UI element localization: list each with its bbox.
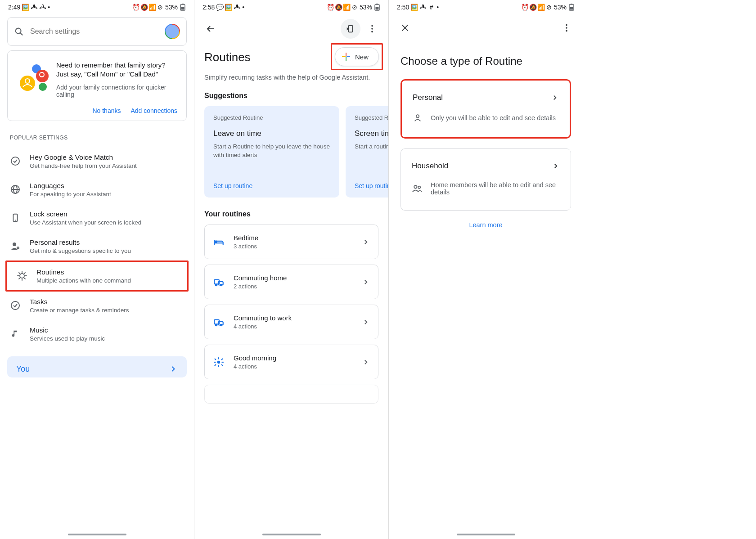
- set-up-routine-button[interactable]: Set up routine: [213, 182, 330, 189]
- tasks-icon: [10, 300, 21, 311]
- chevron-right-icon: [362, 318, 370, 326]
- chevron-right-icon: [362, 278, 370, 286]
- voice-match-icon: [10, 156, 21, 166]
- music-icon: [10, 328, 21, 339]
- no-signal-icon: ⊘: [157, 4, 164, 11]
- setting-personal-results[interactable]: Personal resultsGet info & suggestions s…: [0, 232, 194, 261]
- battery-icon: [374, 4, 380, 11]
- setting-sub: Get info & suggestions specific to you: [30, 247, 131, 254]
- add-to-home-button[interactable]: [341, 19, 360, 39]
- svg-point-7: [39, 83, 47, 91]
- battery-text: 53%: [554, 4, 567, 11]
- nav-handle[interactable]: [68, 534, 126, 535]
- page-subtitle: Simplify recurring tasks with the help o…: [204, 73, 378, 82]
- svg-point-39: [215, 241, 216, 242]
- routine-sub: 4 actions: [234, 323, 292, 330]
- your-routines-label: Your routines: [204, 210, 378, 218]
- routine-commuting-home[interactable]: Commuting home2 actions: [204, 265, 378, 299]
- sun-icon: [213, 356, 225, 368]
- routine-sub: 2 actions: [234, 283, 287, 290]
- mute-icon: 🔕: [335, 4, 342, 11]
- routine-more[interactable]: [204, 385, 378, 404]
- back-button[interactable]: [202, 20, 220, 38]
- svg-rect-1: [182, 4, 184, 4]
- phone-choose-type: 2:50 🖼️ 🟃 # • ⏰ 🔕 📶 ⊘ 53% Choose a type …: [389, 0, 583, 539]
- avatar[interactable]: [165, 24, 180, 39]
- svg-point-33: [371, 28, 373, 30]
- close-button[interactable]: [396, 19, 414, 37]
- setting-hey-google[interactable]: Hey Google & Voice MatchGet hands-free h…: [0, 147, 194, 175]
- type-desc: Home members will be able to edit and se…: [431, 181, 560, 196]
- svg-rect-31: [348, 26, 352, 32]
- new-routine-button[interactable]: New: [335, 47, 379, 66]
- setting-languages[interactable]: LanguagesFor speaking to your Assistant: [0, 175, 194, 204]
- search-input[interactable]: [7, 17, 187, 46]
- svg-rect-50: [218, 365, 219, 367]
- slack-icon: #: [428, 4, 435, 11]
- suggestions-label: Suggestions: [204, 92, 378, 100]
- photos-icon: 🖼️: [225, 4, 232, 11]
- routine-commuting-work[interactable]: Commuting to work4 actions: [204, 305, 378, 339]
- you-label: You: [16, 364, 30, 374]
- more-button[interactable]: [558, 19, 576, 37]
- svg-rect-52: [222, 361, 224, 362]
- page-title: Routines: [204, 50, 251, 64]
- learn-more-link[interactable]: Learn more: [389, 221, 583, 229]
- svg-line-26: [24, 273, 25, 274]
- search-field[interactable]: [30, 27, 158, 36]
- add-connections-button[interactable]: Add connections: [130, 107, 177, 114]
- wifi-icon: 📶: [149, 4, 156, 11]
- routine-sub: 3 actions: [234, 243, 258, 250]
- setting-music[interactable]: MusicServices used to play music: [0, 320, 194, 348]
- suggestion-card[interactable]: Suggested Routine Screen time Start a ro…: [346, 106, 388, 198]
- setting-sub: Multiple actions with one command: [36, 277, 131, 284]
- routines-icon: [17, 270, 27, 281]
- battery-icon: [568, 4, 575, 11]
- setting-sub: Create or manage tasks & reminders: [30, 307, 129, 314]
- routine-type-personal[interactable]: Personal Only you will be able to edit a…: [400, 79, 571, 139]
- people-icon: [412, 184, 423, 193]
- svg-rect-59: [570, 7, 573, 10]
- nav-handle[interactable]: [262, 534, 321, 535]
- top-bar: [194, 13, 388, 43]
- promo-subtitle: Add your family connections for quicker …: [56, 84, 177, 98]
- setting-routines[interactable]: RoutinesMultiple actions with one comman…: [5, 261, 189, 292]
- suggestion-kicker: Suggested Routine: [213, 114, 330, 121]
- svg-point-47: [220, 324, 222, 325]
- no-thanks-button[interactable]: No thanks: [92, 107, 121, 114]
- app-icon: 🟃: [31, 4, 37, 11]
- more-button[interactable]: [363, 20, 381, 38]
- routine-bedtime[interactable]: Bedtime3 actions: [204, 225, 378, 259]
- photos-icon: 🖼️: [411, 4, 418, 11]
- setting-lock-screen[interactable]: Lock screenUse Assistant when your scree…: [0, 204, 194, 232]
- svg-rect-29: [376, 4, 378, 4]
- suggestions-row[interactable]: Suggested Routine Leave on time Start a …: [194, 106, 388, 198]
- person-icon: [413, 113, 423, 123]
- popular-settings-label: POPULAR SETTINGS: [10, 135, 184, 141]
- globe-icon: [10, 184, 21, 195]
- new-label: New: [355, 53, 369, 61]
- setting-tasks[interactable]: TasksCreate or manage tasks & reminders: [0, 292, 194, 320]
- you-card[interactable]: You: [7, 356, 187, 377]
- suggestion-card[interactable]: Suggested Routine Leave on time Start a …: [204, 106, 339, 198]
- promo-card: Need to remember that family story? Just…: [7, 50, 187, 121]
- set-up-routine-button[interactable]: Set up routine: [355, 182, 388, 189]
- plus-icon: [342, 52, 351, 61]
- battery-text: 53%: [165, 4, 178, 11]
- svg-line-24: [24, 278, 25, 279]
- setting-sub: Get hands-free help from your Assistant: [30, 162, 137, 169]
- status-bar: 2:50 🖼️ 🟃 # • ⏰ 🔕 📶 ⊘ 53%: [389, 0, 583, 13]
- setting-sub: For speaking to your Assistant: [30, 191, 111, 198]
- routine-good-morning[interactable]: Good morning4 actions: [204, 345, 378, 379]
- person-pin-icon: [10, 241, 21, 252]
- setting-title: Music: [30, 326, 105, 334]
- routine-type-household[interactable]: Household Home members will be able to e…: [400, 148, 571, 211]
- app-icon: 🟃: [234, 4, 240, 11]
- svg-point-6: [36, 70, 49, 82]
- nav-handle[interactable]: [457, 534, 515, 535]
- alarm-icon: ⏰: [522, 4, 528, 11]
- battery-icon: [179, 4, 186, 11]
- svg-rect-49: [218, 357, 219, 359]
- svg-rect-35: [346, 53, 346, 56]
- type-title: Household: [412, 162, 448, 171]
